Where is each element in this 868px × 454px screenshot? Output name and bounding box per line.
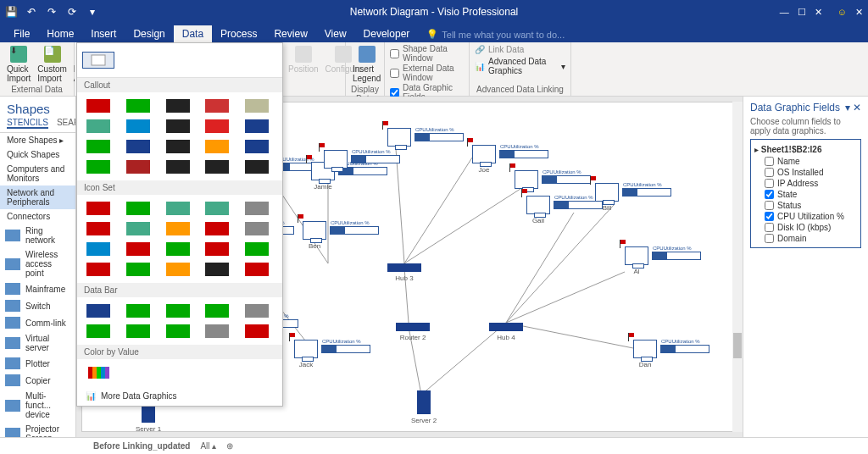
field-ip-address[interactable]: IP Address (754, 178, 857, 189)
redo-icon[interactable]: ↷ (46, 6, 58, 18)
field-domain[interactable]: Domain (754, 233, 857, 244)
graphic-option[interactable] (241, 302, 273, 319)
stencil-plotter[interactable]: Plotter (0, 355, 75, 372)
close-pane-icon[interactable]: ✕ (853, 102, 861, 114)
graphic-option[interactable] (162, 158, 194, 175)
stencil-projector-screen[interactable]: Projector Screen (0, 422, 75, 437)
node-bill[interactable]: Bill (595, 183, 619, 202)
stencil-switch[interactable]: Switch (0, 297, 75, 314)
graphic-option[interactable] (122, 118, 154, 135)
sheet-tab[interactable]: Before Linking_updated (93, 441, 190, 451)
tab-review[interactable]: Review (265, 25, 315, 42)
tab-file[interactable]: File (5, 25, 38, 42)
cat-connectors[interactable]: Connectors (0, 209, 75, 224)
graphic-option[interactable] (201, 97, 233, 114)
graphic-option[interactable] (82, 220, 114, 237)
graphic-option[interactable] (201, 302, 233, 319)
graphic-option[interactable] (241, 118, 273, 135)
quick-shapes[interactable]: Quick Shapes (0, 147, 75, 162)
search-tab[interactable]: SEARCH (57, 118, 76, 129)
node-hub4[interactable]: Hub 4 (489, 323, 523, 331)
graphic-option[interactable] (82, 200, 114, 217)
graphic-option[interactable] (122, 241, 154, 257)
color-by-value-option[interactable] (82, 364, 114, 381)
insert-legend-button[interactable]: Insert Legend (351, 44, 382, 85)
field-cpu-utilization-[interactable]: CPU Utilization % (754, 211, 857, 222)
graphic-option[interactable] (162, 220, 194, 237)
refresh-icon[interactable]: ⟳ (66, 6, 78, 18)
field-status[interactable]: Status (754, 200, 857, 211)
undo-icon[interactable]: ↶ (25, 6, 37, 18)
graphic-option[interactable] (241, 261, 273, 278)
graphic-option[interactable] (122, 97, 154, 114)
node-[interactable] (387, 128, 411, 147)
graphic-option[interactable] (241, 158, 273, 175)
tab-developer[interactable]: Developer (355, 25, 419, 42)
advanced-graphics-button[interactable]: 📊Advanced Data Graphics ▾ (475, 56, 565, 76)
tell-me-search[interactable]: 💡Tell me what you want to do... (418, 26, 573, 42)
graphic-option[interactable] (82, 323, 114, 340)
graphic-option[interactable] (162, 323, 194, 340)
graphic-option[interactable] (241, 323, 273, 340)
restore-icon[interactable]: ☐ (798, 7, 806, 18)
node-joe[interactable]: Joe (472, 145, 496, 163)
node-server2[interactable]: Server 2 (417, 390, 431, 414)
node-dan[interactable]: Dan (633, 340, 657, 358)
node-[interactable] (324, 150, 348, 169)
graphic-option[interactable] (82, 261, 114, 278)
graphic-option[interactable] (201, 138, 233, 155)
graphic-option[interactable] (201, 200, 233, 217)
external-data-window-check[interactable]: External Data Window (390, 64, 464, 82)
qat-dropdown-icon[interactable]: ▾ (86, 6, 98, 18)
all-tab[interactable]: All ▴ (200, 441, 216, 451)
node-gail[interactable]: Gail (526, 196, 550, 214)
graphic-option[interactable] (162, 261, 194, 278)
node-al[interactable]: Al (625, 246, 648, 265)
shape-data-window-check[interactable]: Shape Data Window (390, 44, 464, 63)
minimize-icon[interactable]: — (780, 7, 789, 17)
dropdown-icon[interactable]: ▾ (845, 102, 850, 114)
graphic-option[interactable] (122, 261, 154, 278)
tab-data[interactable]: Data (174, 25, 212, 42)
stencils-tab[interactable]: STENCILS (7, 118, 48, 129)
save-icon[interactable]: 💾 (5, 6, 17, 18)
tab-design[interactable]: Design (125, 25, 173, 42)
stencil-comm-link[interactable]: Comm-link (0, 314, 75, 331)
vertical-scrollbar[interactable] (732, 102, 743, 432)
graphic-option[interactable] (162, 118, 194, 135)
more-data-graphics[interactable]: 📊More Data Graphics (77, 386, 282, 406)
field-name[interactable]: Name (754, 156, 857, 167)
stencil-ring-network[interactable]: Ring network (0, 224, 75, 247)
graphic-option[interactable] (122, 302, 154, 319)
tab-insert[interactable]: Insert (82, 25, 125, 42)
smiley-icon[interactable]: ☺ (837, 7, 847, 17)
cat-network[interactable]: Network and Peripherals (0, 185, 75, 209)
graphic-option[interactable] (241, 241, 273, 257)
tab-process[interactable]: Process (212, 25, 265, 42)
position-button[interactable]: Position (287, 44, 320, 75)
graphic-option[interactable] (201, 158, 233, 175)
graphic-option[interactable] (201, 323, 233, 340)
field-state[interactable]: State (754, 189, 857, 200)
graphic-option[interactable] (241, 138, 273, 155)
graphic-option[interactable] (82, 118, 114, 135)
graphic-option[interactable] (122, 200, 154, 217)
field-disk-io-kbps-[interactable]: Disk IO (kbps) (754, 222, 857, 233)
node-ben[interactable]: Ben (303, 221, 326, 240)
graphic-option[interactable] (82, 158, 114, 175)
tab-home[interactable]: Home (38, 25, 82, 42)
graphic-option[interactable] (201, 261, 233, 278)
graphic-option[interactable] (82, 302, 114, 319)
graphic-option[interactable] (162, 302, 194, 319)
graphic-option[interactable] (122, 220, 154, 237)
field-os-installed[interactable]: OS Installed (754, 167, 857, 178)
graphic-option[interactable] (82, 138, 114, 155)
node-jack[interactable]: Jack (294, 340, 318, 358)
graphic-option[interactable] (82, 241, 114, 257)
graphic-option[interactable] (201, 220, 233, 237)
graphic-option[interactable] (122, 138, 154, 155)
more-shapes[interactable]: More Shapes ▸ (0, 133, 75, 147)
tree-root[interactable]: ▸ Sheet1!$B2:I26 (754, 143, 857, 156)
stencil-multi-funct-device[interactable]: Multi-funct... device (0, 389, 75, 422)
graphic-option[interactable] (201, 241, 233, 257)
